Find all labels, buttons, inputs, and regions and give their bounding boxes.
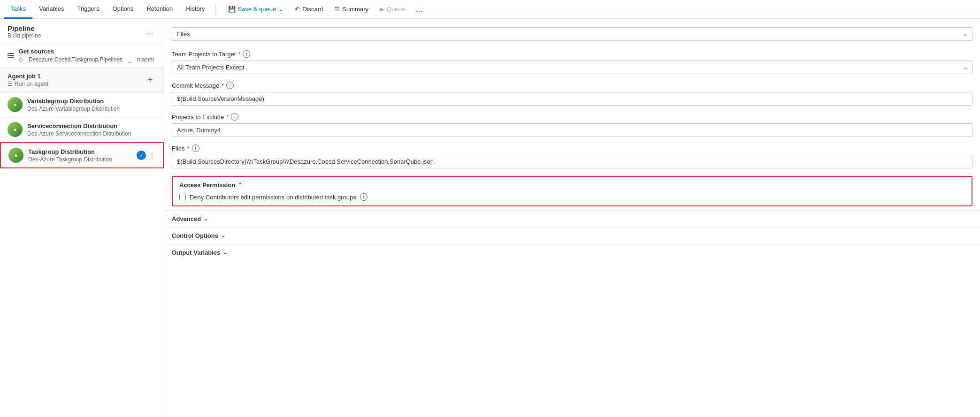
task-item-serviceconnection[interactable]: ● Serviceconnection Distribution Des-Azu… xyxy=(0,117,164,142)
access-permission-title: Access Permission xyxy=(179,182,235,189)
main-layout: Pipeline Build pipeline … Get sources ◇ … xyxy=(0,19,980,417)
save-queue-label: Save & queue xyxy=(238,6,276,13)
output-variables-header: Output Variables ⌄ xyxy=(172,249,972,256)
access-permission-section: Access Permission ⌃ Deny Contributors ed… xyxy=(172,176,972,206)
files-section-dropdown[interactable]: Files ⌄ xyxy=(172,27,972,41)
commit-message-field: Commit Message * i xyxy=(164,78,980,109)
files-input[interactable] xyxy=(172,155,972,168)
projects-exclude-field: Projects to Exclude * i xyxy=(164,109,980,141)
control-options-label: Control Options xyxy=(172,232,218,239)
nav-tabs: Tasks Variables Triggers Options Retenti… xyxy=(4,0,212,19)
files-info-icon[interactable]: i xyxy=(192,144,199,152)
queue-button[interactable]: ▶ Queue xyxy=(375,3,410,15)
team-projects-chevron: ⌄ xyxy=(963,64,967,70)
serviceconnection-info: Serviceconnection Distribution Des-Azure… xyxy=(27,122,131,137)
save-queue-button[interactable]: 💾 Save & queue ⌄ xyxy=(223,3,289,15)
projects-exclude-info-icon[interactable]: i xyxy=(231,113,238,121)
nav-divider xyxy=(215,4,216,15)
save-icon: 💾 xyxy=(228,6,236,13)
discard-label: Discard xyxy=(302,6,323,13)
team-projects-label: Team Projects to Target * i xyxy=(172,50,972,58)
left-panel: Pipeline Build pipeline … Get sources ◇ … xyxy=(0,19,164,417)
tab-tasks[interactable]: Tasks xyxy=(4,0,32,19)
summary-label: Summary xyxy=(342,6,368,13)
tab-options[interactable]: Options xyxy=(106,0,140,19)
deny-contributors-label: Deny Contributors edit permissions on di… xyxy=(190,194,356,201)
tab-retention[interactable]: Retention xyxy=(140,0,179,19)
summary-button[interactable]: ☰ Summary xyxy=(329,3,373,15)
access-permission-chevron-icon: ⌃ xyxy=(238,182,242,188)
output-variables-label: Output Variables xyxy=(172,249,220,256)
queue-play-icon: ▶ xyxy=(380,6,384,13)
taskgroup-info: Taskgroup Distribution Des-Azure Taskgro… xyxy=(28,148,112,163)
team-projects-required: * xyxy=(238,51,240,58)
commit-message-required: * xyxy=(222,82,224,89)
taskgroup-right: ✓ ⋮ xyxy=(137,151,155,160)
task-item-taskgroup[interactable]: ● Taskgroup Distribution Des-Azure Taskg… xyxy=(0,142,164,168)
projects-exclude-required: * xyxy=(226,114,229,121)
deny-contributors-checkbox[interactable] xyxy=(179,194,186,200)
queue-label: Queue xyxy=(387,6,405,13)
output-variables-chevron-icon: ⌄ xyxy=(223,250,227,256)
team-projects-info-icon[interactable]: i xyxy=(243,50,250,58)
top-nav: Tasks Variables Triggers Options Retenti… xyxy=(0,0,980,19)
deny-contributors-row: Deny Contributors edit permissions on di… xyxy=(179,193,965,201)
taskgroup-icon: ● xyxy=(8,148,23,163)
agent-job[interactable]: Agent job 1 ☰ Run on agent + xyxy=(0,68,164,92)
discard-icon: ↶ xyxy=(295,6,300,13)
repo-name: Desazure.Coesd.Taskgroup.Pipelines xyxy=(29,56,122,63)
taskgroup-sub: Des-Azure Taskgroup Distribution xyxy=(28,156,112,163)
advanced-chevron-icon: ⌄ xyxy=(204,216,208,222)
more-options-button[interactable]: … xyxy=(412,3,427,16)
commit-message-input[interactable] xyxy=(172,92,972,106)
commit-message-label-text: Commit Message xyxy=(172,82,219,89)
tab-history[interactable]: History xyxy=(179,0,211,19)
output-variables-section[interactable]: Output Variables ⌄ xyxy=(164,244,980,261)
taskgroup-drag-handle[interactable]: ⋮ xyxy=(149,152,155,159)
variablegroup-name: Variablegroup Distribution xyxy=(27,98,120,105)
add-task-button[interactable]: + xyxy=(144,74,156,86)
team-projects-select[interactable]: All Team Projects Except ⌄ xyxy=(172,61,972,74)
branch-icon: ⎯ xyxy=(128,56,131,63)
get-sources-title: Get sources xyxy=(19,48,154,55)
files-label-text: Files xyxy=(172,145,184,152)
advanced-label: Advanced xyxy=(172,215,201,222)
get-sources-info: Get sources ◇ Desazure.Coesd.Taskgroup.P… xyxy=(19,48,154,63)
branch-name: master xyxy=(137,56,154,63)
variablegroup-icon: ● xyxy=(8,97,23,112)
serviceconnection-icon: ● xyxy=(8,122,23,137)
action-buttons: 💾 Save & queue ⌄ ↶ Discard ☰ Summary ▶ Q… xyxy=(223,3,427,16)
control-options-section[interactable]: Control Options ⌄ xyxy=(164,227,980,244)
tab-variables[interactable]: Variables xyxy=(32,0,70,19)
commit-message-info-icon[interactable]: i xyxy=(226,82,234,89)
serviceconnection-name: Serviceconnection Distribution xyxy=(27,122,131,129)
control-options-header: Control Options ⌄ xyxy=(172,232,972,239)
taskgroup-icon-letter: ● xyxy=(15,152,18,158)
get-sources-details: ◇ Desazure.Coesd.Taskgroup.Pipelines ⎯ m… xyxy=(19,56,154,63)
advanced-header: Advanced ⌄ xyxy=(172,215,972,222)
agent-job-sub-text: Run on agent xyxy=(15,81,48,87)
deny-contributors-info-icon[interactable]: i xyxy=(360,193,368,201)
tab-triggers[interactable]: Triggers xyxy=(70,0,106,19)
files-field-label: Files * i xyxy=(172,144,972,152)
serviceconnection-sub: Des-Azure Serviceconnection Distribution xyxy=(27,130,131,137)
get-sources[interactable]: Get sources ◇ Desazure.Coesd.Taskgroup.P… xyxy=(0,43,164,68)
projects-exclude-input[interactable] xyxy=(172,123,972,137)
pipeline-subtitle: Build pipeline xyxy=(8,32,41,39)
taskgroup-check-icon: ✓ xyxy=(137,151,146,160)
files-chevron-icon: ⌄ xyxy=(963,31,967,37)
variablegroup-info: Variablegroup Distribution Des-Azure Var… xyxy=(27,98,120,112)
advanced-section[interactable]: Advanced ⌄ xyxy=(164,210,980,227)
team-projects-field: Team Projects to Target * i All Team Pro… xyxy=(164,46,980,78)
discard-button[interactable]: ↶ Discard xyxy=(290,3,328,15)
pipeline-title: Pipeline xyxy=(8,24,41,32)
summary-icon: ☰ xyxy=(334,6,340,13)
access-permission-header[interactable]: Access Permission ⌃ xyxy=(179,182,965,189)
pipeline-more-button[interactable]: … xyxy=(143,26,156,38)
pipeline-header: Pipeline Build pipeline … xyxy=(0,19,164,43)
variablegroup-icon-letter: ● xyxy=(14,102,17,107)
taskgroup-name: Taskgroup Distribution xyxy=(28,148,112,155)
task-item-variablegroup[interactable]: ● Variablegroup Distribution Des-Azure V… xyxy=(0,92,164,117)
commit-message-label: Commit Message * i xyxy=(172,82,972,89)
files-field: Files * i xyxy=(164,141,980,172)
